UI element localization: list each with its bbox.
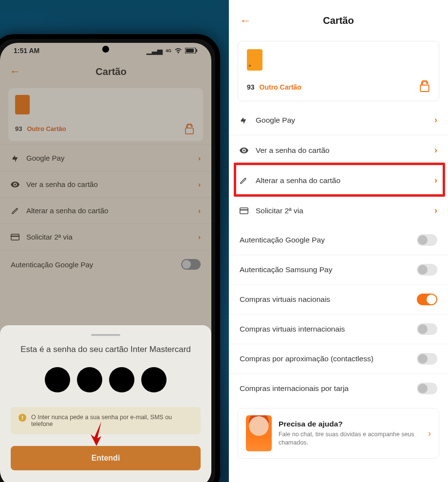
chevron-right-icon: › (434, 175, 437, 185)
toggle-row-label: Autenticação Samsung Pay (240, 265, 332, 274)
dimmed-background-app: 1:51 AM ▁▃▅ 4G ← Cartão (0, 43, 211, 278)
card-last-digits: 93 (247, 83, 255, 91)
menu-row[interactable]: Google Pay› (0, 145, 211, 171)
gpay-icon (240, 116, 248, 124)
card-summary-box[interactable]: 93 Outro Cartão (8, 88, 204, 142)
menu-row-label: Google Pay (26, 154, 64, 162)
password-bottom-sheet: Esta é a senha do seu cartão Inter Maste… (0, 325, 211, 482)
chevron-right-icon: › (434, 115, 437, 125)
toggle-switch[interactable] (417, 234, 437, 246)
battery-icon (185, 48, 198, 54)
toggle-row: Compras virtuais internacionais (229, 315, 448, 344)
chevron-right-icon: › (198, 154, 201, 162)
status-time: 1:51 AM (14, 47, 39, 55)
help-title: Precisa de ajuda? (279, 420, 421, 428)
chevron-right-icon: › (434, 205, 437, 216)
menu-row-label: Alterar a senha do cartão (26, 206, 108, 215)
toggle-switch[interactable] (417, 353, 437, 365)
menu-row-label: Solicitar 2ª via (256, 206, 303, 215)
back-arrow-icon[interactable]: ← (10, 65, 20, 78)
unlock-icon[interactable] (419, 80, 430, 92)
card-summary-box[interactable]: 93 Outro Cartão (238, 41, 439, 101)
wifi-icon (174, 48, 182, 54)
toggle-switch[interactable] (417, 264, 437, 276)
menu-row-label: Ver a senha do cartão (256, 146, 330, 155)
phone-frame: 1:51 AM ▁▃▅ 4G ← Cartão (0, 34, 220, 482)
back-arrow-icon[interactable]: ← (240, 14, 251, 27)
toggle-row-label: Autenticação Google Pay (240, 236, 325, 244)
help-subtitle: Fale no chat, tire suas dúvidas e acompa… (279, 430, 421, 447)
svg-rect-2 (196, 49, 197, 52)
toggle-switch[interactable] (417, 323, 437, 335)
status-bar: 1:51 AM ▁▃▅ 4G (0, 43, 211, 56)
toggle-row-label: Compras virtuais internacionais (240, 325, 345, 334)
toggle-row: Compras por aproximação (contactless) (229, 344, 448, 374)
card-icon (11, 234, 19, 241)
menu-row[interactable]: Alterar a senha do cartão› (229, 166, 448, 196)
app-title: Cartão (20, 66, 202, 77)
menu-row-label: Ver a senha do cartão (26, 180, 98, 188)
understood-button[interactable]: Entendi (11, 446, 201, 470)
eye-icon (240, 147, 248, 154)
chevron-right-icon: › (198, 233, 201, 241)
menu-row[interactable]: Solicitar 2ª via› (0, 223, 211, 250)
status-icons: ▁▃▅ 4G (147, 47, 198, 55)
menu-row[interactable]: Google Pay› (229, 105, 448, 135)
network-icon: 4G (166, 48, 171, 53)
eye-icon (11, 181, 19, 188)
assistant-avatar (246, 415, 272, 451)
switch-card-link[interactable]: Outro Cartão (27, 125, 66, 132)
svg-rect-6 (240, 209, 248, 210)
toggle-switch[interactable] (417, 383, 437, 394)
security-warning-box: ! O Inter nunca pede a sua senha por e-m… (11, 407, 201, 434)
pin-dots (11, 367, 201, 392)
card-icon (240, 207, 248, 214)
pin-dot (45, 367, 70, 392)
toggle-switch[interactable] (181, 259, 201, 270)
svg-rect-1 (186, 49, 194, 53)
toggle-row: Compras virtuais nacionais (229, 285, 448, 315)
app-header: ← Cartão (229, 9, 448, 36)
unlock-icon[interactable] (185, 124, 194, 134)
gpay-icon (11, 154, 19, 162)
toggle-row: Autenticação Samsung Pay (229, 255, 448, 285)
chevron-right-icon: › (428, 428, 431, 439)
menu-row-label: Google Pay (256, 116, 295, 125)
pin-dot (77, 367, 102, 392)
card-last-digits: 93 (15, 125, 22, 132)
pin-dot (109, 367, 134, 392)
app-title: Cartão (251, 15, 426, 26)
toggle-row: Autenticação Google Pay (229, 225, 448, 255)
security-warning-text: O Inter nunca pede a sua senha por e-mai… (31, 414, 193, 427)
toggle-row-label: Autenticação Google Pay (11, 260, 93, 269)
menu-row[interactable]: Ver a senha do cartão› (0, 171, 211, 197)
sheet-title: Esta é a senha do seu cartão Inter Maste… (11, 345, 201, 354)
chevron-right-icon: › (434, 145, 437, 155)
toggle-switch[interactable] (417, 294, 437, 305)
card-thumbnail (15, 95, 30, 114)
photo-left-panel: 1:51 AM ▁▃▅ 4G ← Cartão (0, 0, 229, 482)
warning-icon: ! (19, 414, 26, 422)
svg-rect-5 (240, 208, 248, 214)
toggle-row: Autenticação Google Pay (0, 250, 211, 278)
edit-icon (240, 177, 248, 185)
toggle-row-label: Compras internacionais por tarja (240, 384, 349, 393)
svg-rect-3 (11, 234, 19, 240)
toggle-row-label: Compras virtuais nacionais (240, 295, 330, 304)
signal-icon: ▁▃▅ (147, 47, 163, 55)
clean-screenshot-panel: ← Cartão 93 Outro Cartão Google Pay›Ver … (229, 0, 448, 482)
switch-card-link[interactable]: Outro Cartão (260, 83, 301, 91)
pin-dot (141, 367, 167, 392)
edit-icon (11, 207, 19, 215)
phone-screen: 1:51 AM ▁▃▅ 4G ← Cartão (0, 43, 211, 482)
app-header: ← Cartão (0, 56, 211, 83)
menu-row[interactable]: Solicitar 2ª via› (229, 196, 448, 225)
sheet-drag-handle[interactable] (91, 334, 120, 336)
menu-row-label: Alterar a senha do cartão (256, 176, 340, 185)
help-card[interactable]: Precisa de ajuda? Fale no chat, tire sua… (238, 408, 439, 459)
menu-row[interactable]: Ver a senha do cartão› (229, 135, 448, 166)
chevron-right-icon: › (198, 180, 201, 188)
toggle-row: Compras internacionais por tarja (229, 374, 448, 403)
menu-row[interactable]: Alterar a senha do cartão› (0, 197, 211, 223)
svg-rect-4 (11, 236, 19, 237)
